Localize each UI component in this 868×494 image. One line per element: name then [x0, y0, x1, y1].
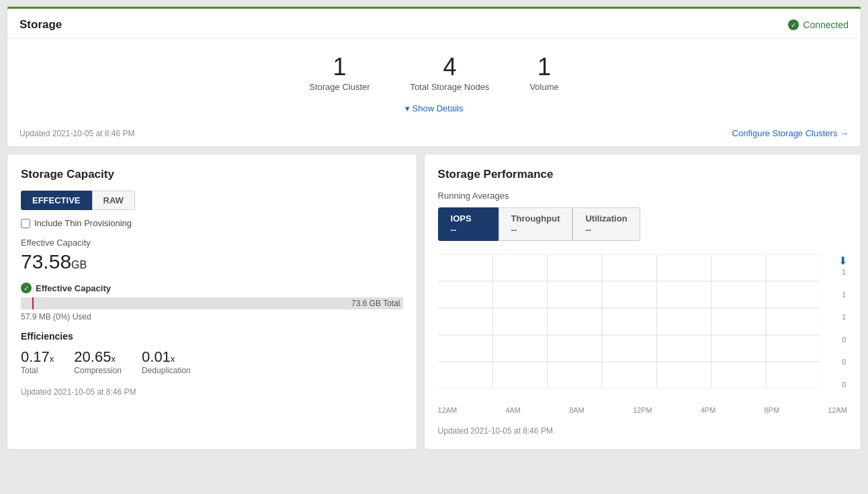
thin-provisioning-label[interactable]: Include Thin Provisioning: [34, 218, 132, 228]
top-card: Storage ✓ Connected 1 Storage Cluster 4 …: [7, 7, 861, 147]
effective-capacity-name: Effective Capacity: [36, 283, 111, 293]
show-details-label: Show Details: [413, 103, 464, 113]
configure-storage-button[interactable]: Configure Storage Clusters →: [732, 128, 849, 138]
storage-capacity-title: Storage Capacity: [21, 168, 403, 181]
eff-compression-label: Compression: [74, 366, 122, 375]
bar-marker: [32, 297, 34, 309]
connected-badge: ✓ Connected: [788, 19, 849, 30]
bar-total-label: 73.6 GB Total: [351, 297, 400, 309]
y-label-3: 1: [842, 313, 846, 321]
stat-label-nodes: Total Storage Nodes: [410, 82, 490, 92]
capacity-label: Effective Capacity: [21, 238, 403, 248]
bar-used-label: 57.9 MB (0%) Used: [21, 312, 403, 322]
y-label-1: 1: [842, 268, 846, 276]
chart-area: ⬇: [438, 254, 847, 402]
stat-number-nodes: 4: [410, 55, 490, 79]
y-label-6: 0: [842, 381, 846, 389]
x-label-4am: 4AM: [505, 406, 521, 414]
connected-icon: ✓: [788, 19, 799, 30]
eff-total-value: 0.17x: [21, 348, 54, 366]
y-label-4: 0: [842, 336, 846, 344]
stat-label-cluster: Storage Cluster: [309, 82, 370, 92]
top-updated-text: Updated 2021-10-05 at 8:46 PM: [19, 129, 134, 138]
tab-iops[interactable]: IOPS --: [438, 207, 498, 241]
capacity-updated-text: Updated 2021-10-05 at 8:46 PM: [21, 387, 136, 397]
download-icon[interactable]: ⬇: [838, 254, 847, 267]
throughput-tab-name: Throughput: [511, 213, 560, 224]
connected-label: Connected: [803, 19, 849, 30]
top-card-header: Storage ✓ Connected: [7, 9, 861, 39]
perf-tab-row: IOPS -- Throughput -- Utilization --: [438, 207, 847, 241]
capacity-unit: GB: [71, 259, 87, 270]
thin-provisioning-checkbox[interactable]: [21, 219, 30, 228]
app-title: Storage: [19, 18, 62, 32]
capacity-value: 73.58GB: [21, 250, 403, 273]
eff-compression-value: 20.65x: [74, 348, 122, 366]
eff-compression: 20.65x Compression: [74, 348, 122, 375]
stats-row: 1 Storage Cluster 4 Total Storage Nodes …: [7, 39, 861, 99]
stat-storage-cluster: 1 Storage Cluster: [309, 55, 370, 92]
stat-number-cluster: 1: [309, 55, 370, 79]
storage-performance-card: Storage Performance Running Averages IOP…: [424, 154, 861, 450]
thin-provisioning-row: Include Thin Provisioning: [21, 218, 403, 228]
bottom-row: Storage Capacity EFFECTIVE RAW Include T…: [7, 154, 861, 450]
configure-label: Configure Storage Clusters →: [732, 128, 849, 138]
eff-dedup-value: 0.01x: [142, 348, 191, 366]
x-axis-labels: 12AM 4AM 8AM 12PM 4PM 8PM 12AM: [438, 406, 847, 414]
capacity-number: 73.58: [21, 250, 71, 273]
capacity-bar-section: ✓ Effective Capacity 73.6 GB Total 57.9 …: [21, 283, 403, 322]
performance-chart: [438, 254, 820, 389]
y-label-2: 1: [842, 291, 846, 299]
utilization-tab-name: Utilization: [585, 213, 627, 224]
utilization-tab-value: --: [585, 225, 591, 235]
capacity-tab-row: EFFECTIVE RAW: [21, 191, 403, 210]
eff-dedup-label: Deduplication: [142, 366, 191, 375]
green-check-icon: ✓: [21, 283, 32, 293]
performance-footer: Updated 2021-10-05 at 8:46 PM: [438, 426, 847, 436]
stat-total-nodes: 4 Total Storage Nodes: [410, 55, 490, 92]
y-axis-labels: 1 1 1 0 0 0: [842, 268, 847, 389]
eff-total: 0.17x Total: [21, 348, 54, 375]
show-details-row: ▾ Show Details: [7, 99, 861, 123]
efficiencies-title: Efficiencies: [21, 331, 403, 342]
x-label-12am-start: 12AM: [438, 406, 458, 414]
top-card-footer: Updated 2021-10-05 at 8:46 PM Configure …: [7, 123, 861, 146]
stat-label-volume: Volume: [529, 82, 558, 92]
x-label-8pm: 8PM: [764, 406, 779, 414]
capacity-footer: Updated 2021-10-05 at 8:46 PM: [21, 387, 403, 397]
tab-throughput[interactable]: Throughput --: [498, 207, 573, 241]
stat-volume: 1 Volume: [529, 55, 558, 92]
stat-number-volume: 1: [529, 55, 558, 79]
chevron-down-icon: ▾: [405, 103, 410, 113]
show-details-button[interactable]: ▾ Show Details: [405, 103, 464, 113]
performance-updated-text: Updated 2021-10-05 at 8:46 PM: [438, 426, 553, 436]
efficiencies-row: 0.17x Total 20.65x Compression 0.01x Ded…: [21, 348, 403, 375]
iops-tab-value: --: [451, 225, 457, 235]
eff-dedup: 0.01x Deduplication: [142, 348, 191, 375]
x-label-4pm: 4PM: [701, 406, 716, 414]
tab-effective[interactable]: EFFECTIVE: [21, 191, 92, 210]
capacity-bar: 73.6 GB Total: [21, 297, 403, 309]
tab-utilization[interactable]: Utilization --: [572, 207, 640, 241]
storage-performance-title: Storage Performance: [438, 168, 847, 181]
capacity-bar-header: ✓ Effective Capacity: [21, 283, 403, 293]
running-averages-label: Running Averages: [438, 191, 847, 201]
x-label-8am: 8AM: [569, 406, 584, 414]
throughput-tab-value: --: [511, 225, 517, 235]
x-label-12am-end: 12AM: [828, 406, 847, 414]
x-label-12pm: 12PM: [633, 406, 652, 414]
storage-capacity-card: Storage Capacity EFFECTIVE RAW Include T…: [7, 154, 417, 450]
tab-raw[interactable]: RAW: [92, 191, 135, 210]
eff-total-label: Total: [21, 366, 54, 375]
y-label-5: 0: [842, 358, 846, 366]
iops-tab-name: IOPS: [451, 213, 472, 224]
